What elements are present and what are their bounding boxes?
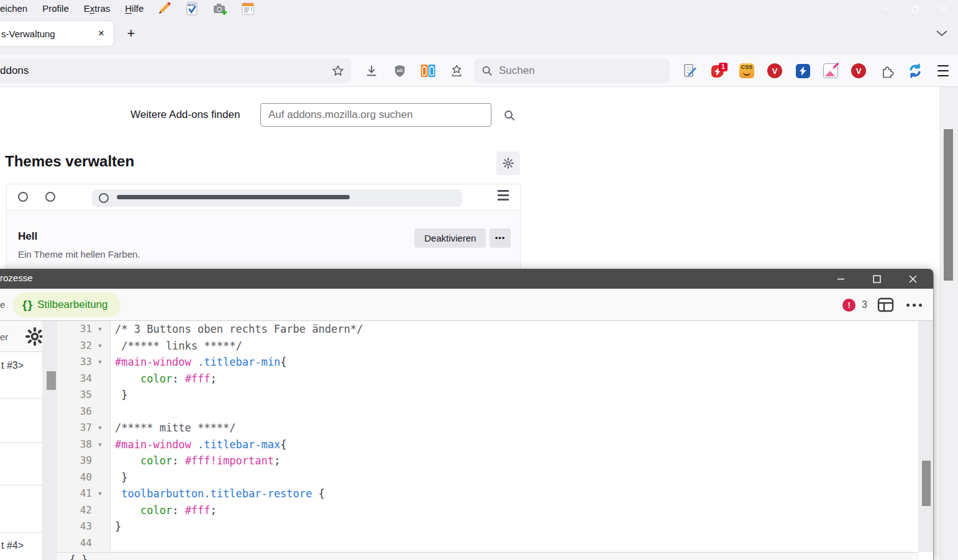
addon-star-icon[interactable] (445, 60, 468, 82)
stylesheet-list-item[interactable] (0, 443, 42, 485)
page-scrollbar-thumb[interactable] (944, 129, 953, 281)
fold-marker-icon[interactable]: ▼ (92, 338, 108, 355)
bookmark-star-icon[interactable] (331, 64, 345, 78)
code-text: /***** links *****/ (111, 338, 242, 355)
code-line[interactable]: 32▼ /***** links *****/ (57, 338, 918, 355)
battery-extension-icon[interactable] (417, 60, 439, 82)
restore-button[interactable] (901, 0, 929, 17)
gutter-cell: 35 (57, 387, 111, 404)
amo-search-button[interactable] (501, 107, 518, 124)
hidden-tab-fragment[interactable]: e (0, 299, 5, 310)
line-number: 42 (57, 502, 92, 519)
fold-marker-icon[interactable]: ▼ (92, 485, 108, 502)
browser-window: eichenProfileExtrasHilfe W3C s-Verwaltun… (0, 0, 958, 560)
menu-item[interactable]: eichen (0, 0, 35, 17)
tab-addons-manager[interactable]: s-Verwaltung × (0, 21, 114, 46)
css-extension-icon[interactable]: CSS (736, 60, 758, 82)
code-line[interactable]: 44 (57, 535, 918, 552)
menubar-icons: W3C (157, 1, 255, 16)
fold-marker-icon[interactable]: ▼ (92, 321, 108, 338)
stylesheet-list-item[interactable]: t #3> (0, 353, 42, 399)
page-scrollbar[interactable] (939, 87, 958, 560)
stylesheet-list-item[interactable] (0, 399, 42, 443)
braces-icon: { } (22, 298, 31, 312)
calendar-icon[interactable] (240, 1, 255, 16)
stylesheet-list-item[interactable]: t #4> (0, 533, 42, 560)
editor-window-controls (823, 269, 931, 289)
editor-scrollbar[interactable] (918, 321, 934, 552)
editor-scrollbar-thumb[interactable] (922, 461, 931, 506)
code-text: } (111, 387, 127, 404)
code-line[interactable]: 39 color: #fff!important; (57, 453, 918, 469)
code-text: color: #fff!important; (111, 453, 280, 469)
code-text: /* 3 Buttons oben rechts Farbe ändern*/ (111, 321, 363, 338)
camera-add-icon[interactable] (212, 1, 227, 16)
footer-braces-label: { } (70, 553, 88, 560)
urlbar[interactable]: ddons (0, 58, 351, 83)
fold-marker-icon[interactable]: ▼ (92, 354, 108, 371)
tab-close-icon[interactable]: × (94, 26, 109, 41)
tab-style-editor[interactable]: { } Stilbearbeitung (12, 292, 121, 317)
sidebar-scrollbar[interactable] (42, 321, 57, 560)
fold-spacer (92, 518, 108, 535)
extensions-puzzle-icon[interactable] (877, 60, 899, 82)
v-extension-icon[interactable]: V (764, 60, 786, 82)
devtools-tabrow: e { } Stilbearbeitung ! 3 (0, 289, 933, 321)
minimize-button[interactable] (872, 0, 901, 17)
screenshot-edit-icon[interactable] (819, 60, 842, 82)
code-line[interactable]: 33▼#main-window .titlebar-min{ (57, 354, 918, 371)
themes-options-gear-icon[interactable] (496, 151, 520, 175)
editor-close-button[interactable] (895, 269, 931, 289)
layout-panel-icon[interactable] (877, 297, 894, 312)
pencil-icon[interactable] (157, 1, 171, 16)
sidebar-scrollbar-thumb[interactable] (47, 371, 56, 390)
tab-list-chevron-icon[interactable] (936, 30, 948, 37)
code-text: } (111, 518, 121, 535)
line-number: 33 (57, 354, 92, 371)
disable-theme-button[interactable]: Deaktivieren (414, 228, 486, 248)
fold-marker-icon[interactable]: ▼ (92, 420, 108, 436)
menu-item[interactable]: Extras (76, 0, 118, 17)
gutter-cell: 40 (57, 469, 111, 486)
code-line[interactable]: 34 color: #fff; (57, 371, 918, 387)
w3c-validator-icon[interactable]: W3C (185, 1, 199, 16)
editor-maximize-button[interactable] (859, 269, 895, 289)
code-line[interactable]: 31▼/* 3 Buttons oben rechts Farbe ändern… (57, 321, 918, 338)
fold-spacer (92, 469, 108, 486)
menubar-items: eichenProfileExtrasHilfe (0, 0, 151, 17)
downloads-icon[interactable] (360, 60, 383, 82)
menu-item[interactable]: Hilfe (117, 0, 151, 17)
new-tab-button[interactable]: + (123, 26, 139, 42)
adguard-badge-icon[interactable]: 1 (708, 60, 731, 82)
code-line[interactable]: 41▼ toolbarbutton.titlebar-restore { (57, 485, 918, 502)
editor-minimize-button[interactable] (823, 269, 859, 289)
sync-arrows-icon[interactable] (904, 60, 926, 82)
error-badge-icon[interactable]: ! (842, 299, 855, 312)
window-controls (872, 0, 958, 17)
lightning-extension-icon[interactable] (791, 60, 814, 82)
stylesheet-list-item[interactable] (0, 485, 42, 533)
code-line[interactable]: 42 color: #fff; (57, 502, 918, 519)
code-line[interactable]: 43} (57, 518, 918, 535)
amo-search-input[interactable] (260, 103, 491, 127)
close-button[interactable] (929, 0, 958, 17)
fold-spacer (92, 371, 108, 387)
code-line[interactable]: 37▼/***** mitte *****/ (57, 420, 918, 436)
search-bar[interactable]: Suchen (474, 58, 670, 83)
devtools-menu-icon[interactable] (900, 304, 928, 307)
code-editor[interactable]: 31▼/* 3 Buttons oben rechts Farbe ändern… (57, 321, 918, 552)
theme-more-options-button[interactable]: ••• (490, 228, 511, 248)
notes-pencil-icon[interactable] (679, 60, 701, 82)
code-line[interactable]: 36 (57, 404, 918, 420)
v-extension-icon-2[interactable]: V (847, 60, 870, 82)
app-menu-icon[interactable] (932, 60, 954, 82)
code-line[interactable]: 40 } (57, 469, 918, 486)
menu-item[interactable]: Profile (35, 0, 76, 17)
ublock-shield-icon[interactable]: uO (388, 60, 411, 82)
code-line[interactable]: 38▼#main-window .titlebar-max{ (57, 436, 918, 453)
fold-marker-icon[interactable]: ▼ (92, 436, 108, 453)
code-line[interactable]: 35 } (57, 387, 918, 404)
fold-spacer (92, 502, 108, 519)
sidebar-header: er (0, 321, 42, 352)
preview-menu-icon (498, 190, 509, 203)
